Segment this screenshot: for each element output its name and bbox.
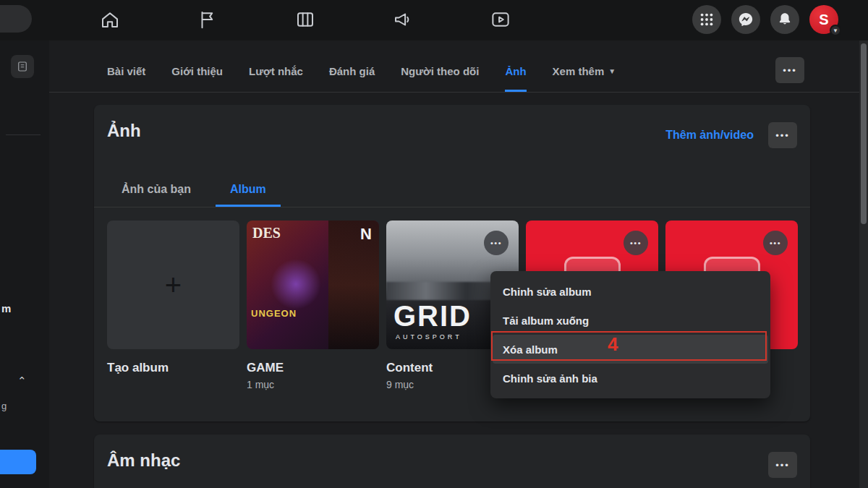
menu-item-delete-album[interactable]: Xóa album bbox=[493, 335, 768, 364]
subtab-albums-active[interactable]: Album bbox=[216, 174, 281, 207]
topbar-right-actions: S ▼ bbox=[692, 5, 838, 34]
tab-nguoi-theo-doi[interactable]: Người theo dõi bbox=[401, 51, 479, 92]
album-count: 1 mục bbox=[247, 379, 379, 390]
corner-cut-element bbox=[0, 5, 32, 33]
top-navigation-bar: S ▼ bbox=[0, 0, 868, 40]
album-name[interactable]: GAME bbox=[247, 361, 379, 375]
profile-avatar[interactable]: S ▼ bbox=[809, 5, 838, 34]
sidebar-partial-text-2: g bbox=[1, 401, 7, 411]
sidebar-blue-button[interactable] bbox=[0, 450, 36, 474]
profile-more-options-button[interactable]: ••• bbox=[775, 57, 804, 83]
sidebar-partial-text: m bbox=[1, 302, 11, 314]
home-icon[interactable] bbox=[97, 7, 123, 33]
page-logo-icon[interactable] bbox=[11, 55, 34, 78]
apps-menu-icon[interactable] bbox=[692, 5, 721, 34]
album-art-title: GRID bbox=[393, 301, 472, 330]
photos-card-title: Ảnh bbox=[107, 121, 141, 141]
tab-anh-active[interactable]: Ảnh bbox=[505, 51, 526, 92]
create-album-tile[interactable]: + bbox=[107, 221, 239, 349]
avatar-initial: S bbox=[819, 12, 828, 28]
album-options-icon[interactable]: ••• bbox=[624, 231, 648, 255]
subtab-your-photos[interactable]: Ảnh của bạn bbox=[107, 174, 205, 207]
album-game: DES UNGEON N GAME 1 mục bbox=[247, 221, 379, 390]
album-game-cover[interactable]: DES UNGEON N bbox=[247, 221, 379, 349]
notifications-bell-icon[interactable] bbox=[770, 5, 799, 34]
tab-xem-them[interactable]: Xem thêm ▼ bbox=[553, 51, 616, 92]
watch-video-icon[interactable] bbox=[488, 7, 514, 33]
menu-item-download-album[interactable]: Tải album xuống bbox=[493, 306, 768, 335]
album-name[interactable]: Tạo album bbox=[107, 361, 239, 375]
plus-icon: + bbox=[165, 270, 182, 299]
music-card-more-button[interactable]: ••• bbox=[768, 452, 797, 478]
chevron-up-icon[interactable]: ⌃ bbox=[17, 374, 27, 388]
sidebar-divider bbox=[6, 134, 41, 135]
album-art-subtitle: AUTOSPORT bbox=[396, 333, 462, 341]
megaphone-icon[interactable] bbox=[390, 7, 416, 33]
marketplace-icon[interactable] bbox=[292, 7, 318, 33]
subtabs-divider bbox=[94, 207, 810, 207]
album-art-text: DES bbox=[252, 225, 281, 241]
messenger-icon[interactable] bbox=[731, 5, 760, 34]
pages-flag-icon[interactable] bbox=[195, 7, 221, 33]
tab-gioi-thieu[interactable]: Giới thiệu bbox=[171, 51, 223, 92]
chevron-down-icon: ▼ bbox=[608, 67, 616, 75]
menu-item-edit-album[interactable]: Chỉnh sửa album bbox=[493, 277, 768, 306]
tabs-divider bbox=[49, 92, 859, 93]
music-card-title: Âm nhạc bbox=[107, 450, 180, 471]
tab-luot-nhac[interactable]: Lượt nhắc bbox=[249, 51, 303, 92]
menu-item-edit-cover[interactable]: Chỉnh sửa ảnh bia bbox=[493, 364, 768, 393]
photos-subtabs: Ảnh của bạn Album bbox=[107, 174, 281, 207]
album-art-text: N bbox=[360, 225, 372, 244]
album-create: + Tạo album bbox=[107, 221, 239, 390]
tab-bai-viet[interactable]: Bài viết bbox=[107, 51, 145, 92]
left-sidebar: m ⌃ g bbox=[0, 40, 49, 488]
chevron-down-icon: ▼ bbox=[830, 25, 841, 36]
album-art-text: UNGEON bbox=[251, 308, 297, 319]
album-options-icon[interactable]: ••• bbox=[484, 231, 509, 255]
scrollbar-track[interactable] bbox=[859, 40, 868, 488]
music-card: Âm nhạc ••• bbox=[94, 435, 810, 488]
profile-tab-bar: Bài viết Giới thiệu Lượt nhắc Đánh giá N… bbox=[107, 51, 616, 92]
album-options-icon[interactable]: ••• bbox=[763, 231, 788, 255]
photos-card-more-button[interactable]: ••• bbox=[768, 122, 797, 148]
tab-danh-gia[interactable]: Đánh giá bbox=[329, 51, 375, 92]
scrollbar-thumb[interactable] bbox=[861, 43, 867, 224]
album-context-menu: Chỉnh sửa album Tải album xuống Xóa albu… bbox=[490, 271, 770, 398]
add-photo-video-link[interactable]: Thêm ảnh/video bbox=[665, 129, 754, 142]
topbar-nav-icons bbox=[97, 7, 514, 33]
